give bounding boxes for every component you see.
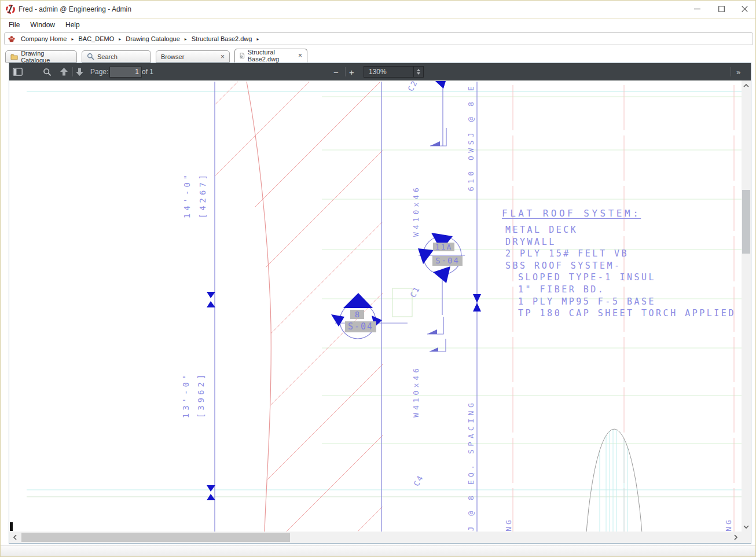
document-icon	[240, 52, 245, 60]
dimension-label-3962mm: [3962]	[196, 372, 205, 419]
app-window: { "window": { "title": "Fred - admin @ E…	[0, 0, 756, 557]
scroll-right-button[interactable]	[730, 532, 742, 543]
zoom-level-select[interactable]: 130%	[364, 66, 424, 78]
arrow-up-icon	[60, 68, 68, 76]
expand-toolbar-button[interactable]: »	[736, 63, 741, 80]
menu-window[interactable]: Window	[25, 19, 60, 31]
folder-icon	[10, 53, 18, 60]
tab-close-icon[interactable]: ×	[217, 54, 225, 60]
chevron-left-icon	[13, 534, 17, 540]
note-line: SBS ROOF SYSTEM-	[505, 260, 736, 272]
status-bar	[1, 545, 755, 557]
horizontal-scrollbar[interactable]	[9, 532, 742, 543]
breadcrumb-separator-icon: ▸	[254, 36, 262, 42]
vertical-scrollbar[interactable]	[742, 80, 751, 532]
tab-label: Browser	[161, 53, 184, 60]
title-bar: Fred - admin @ Engineering - Admin	[1, 1, 755, 19]
text-fragment-right: NG	[724, 518, 733, 532]
chevron-down-icon	[743, 525, 749, 529]
sidebar-toggle-button[interactable]	[13, 63, 23, 80]
toolbar-separator	[72, 67, 73, 76]
previous-page-button[interactable]	[60, 63, 68, 80]
breadcrumb-separator-icon: ▸	[68, 36, 76, 42]
note-line: 1" FIBER BD.	[518, 284, 736, 296]
note-line: DRYWALL	[505, 236, 736, 248]
marker1-number[interactable]: 11A	[433, 243, 454, 251]
zoom-level-value: 130%	[364, 68, 413, 76]
close-button[interactable]	[734, 1, 755, 17]
scroll-up-button[interactable]	[742, 80, 751, 90]
breadcrumb-item-company-home[interactable]: Company Home	[19, 34, 68, 43]
maximize-icon	[718, 6, 725, 12]
note-line: TP 180 CAP SHEET TORCH APPLIED	[518, 307, 736, 320]
drawing-canvas[interactable]: 14'-0" [4267] 13'-0" [3962] W410x46 W410…	[9, 80, 742, 532]
menu-help[interactable]: Help	[60, 19, 85, 31]
viewer-toolbar: Page: of 1 − + 130% »	[9, 63, 751, 80]
app-logo-icon	[5, 4, 16, 14]
tab-label: Structural Base2.dwg	[248, 49, 292, 63]
text-fragment-left: NG	[504, 518, 513, 532]
close-icon	[742, 6, 748, 12]
section-marker-top	[435, 81, 446, 89]
chevron-right-icon	[734, 534, 737, 540]
tab-browser[interactable]: Browser ×	[156, 50, 230, 63]
arrow-down-icon	[76, 68, 83, 76]
note-line: 2 PLY 15# FELT VB	[505, 248, 736, 260]
joist-label-top: 610 OWSJ @ 8 E	[467, 83, 475, 192]
toolbar-separator	[731, 67, 731, 76]
zoom-out-button[interactable]: −	[333, 63, 339, 80]
next-page-button[interactable]	[76, 63, 83, 80]
minimize-icon	[694, 6, 700, 12]
note-line: SLOPED TYPE-1 INSUL	[518, 272, 736, 284]
note-line: METAL DECK	[505, 224, 736, 236]
minimize-button[interactable]	[687, 1, 707, 17]
breadcrumb-item-structural-base2[interactable]: Structural Base2.dwg	[190, 34, 254, 43]
tab-drawing-catalogue[interactable]: Drawing Catalogue	[5, 50, 77, 63]
viewer-panel: Page: of 1 − + 130% »	[9, 63, 751, 544]
paw-icon	[8, 35, 16, 43]
dimension-label-14ft: 14'-0"	[182, 172, 192, 219]
breadcrumb-item-drawing-catalogue[interactable]: Drawing Catalogue	[124, 34, 182, 43]
marker2-number[interactable]: 8	[350, 310, 364, 319]
page-total: of 1	[142, 63, 153, 80]
sidebar-toggle-icon	[13, 68, 23, 76]
spinner-up-icon	[417, 69, 420, 71]
page-number-input[interactable]	[109, 67, 142, 78]
sheet-edge-fragment	[10, 522, 13, 531]
tab-label: Drawing Catalogue	[21, 50, 72, 64]
dimension-label-4267mm: [4267]	[198, 172, 207, 219]
maximize-button[interactable]	[711, 1, 732, 17]
scroll-left-button[interactable]	[9, 532, 21, 543]
toolbar-separator	[345, 67, 346, 76]
horizontal-scrollbar-thumb[interactable]	[21, 533, 290, 542]
breadcrumb-separator-icon: ▸	[116, 36, 124, 42]
search-icon	[87, 53, 94, 60]
tab-close-icon[interactable]: ×	[295, 53, 302, 58]
tab-structural-base2-dwg[interactable]: Structural Base2.dwg ×	[234, 49, 307, 63]
joist-label-bottom: J @ 8 EQ. SPACING	[467, 400, 475, 532]
tab-search[interactable]: Search	[82, 50, 151, 63]
marker2-sheet[interactable]: S-04	[345, 321, 376, 332]
zoom-spinner[interactable]	[413, 67, 423, 77]
spinner-down-icon	[417, 72, 420, 75]
marker1-sheet[interactable]: S-04	[432, 256, 463, 266]
breadcrumb: Company Home ▸ BAC_DEMO ▸ Drawing Catalo…	[4, 32, 753, 45]
breadcrumb-separator-icon: ▸	[182, 36, 190, 42]
tab-label: Search	[97, 53, 118, 60]
breadcrumb-item-bac-demo[interactable]: BAC_DEMO	[77, 34, 116, 43]
zoom-in-button[interactable]: +	[349, 63, 354, 80]
flat-roof-system-note: FLAT ROOF SYSTEM: METAL DECK DRYWALL 2 P…	[502, 208, 736, 320]
scroll-down-button[interactable]	[742, 522, 751, 532]
menu-bar: File Window Help	[1, 19, 755, 31]
note-heading: FLAT ROOF SYSTEM:	[502, 208, 736, 219]
search-in-document-button[interactable]	[43, 63, 52, 80]
beam-label-w410x46-lower: W410x46	[412, 365, 420, 417]
chevron-up-icon	[743, 84, 749, 87]
beam-label-w410x46-upper: W410x46	[412, 185, 420, 237]
menu-file[interactable]: File	[3, 19, 25, 31]
arch-ellipse	[583, 429, 645, 532]
tab-bar: Drawing Catalogue Search Browser × Struc…	[5, 49, 312, 63]
note-line: 1 PLY MP95 F-5 BASE	[518, 296, 736, 308]
vertical-scrollbar-thumb[interactable]	[742, 190, 750, 254]
magnifier-icon	[43, 68, 52, 76]
